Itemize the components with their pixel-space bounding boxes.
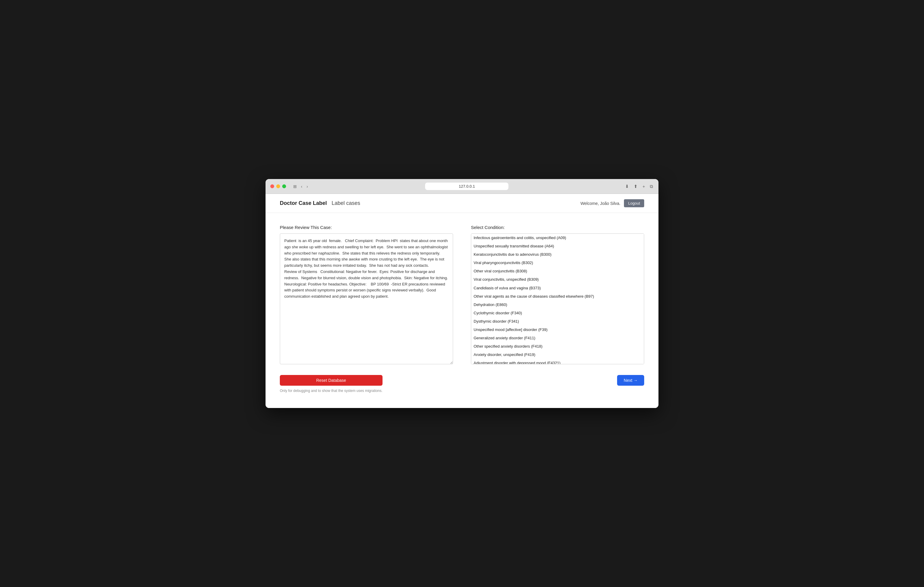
top-nav: Doctor Case Label Label cases Welcome, J… [266,194,658,213]
case-textarea[interactable] [280,233,453,364]
list-item[interactable]: Cyclothymic disorder (F340) [471,309,644,317]
address-bar[interactable] [425,183,508,190]
list-item[interactable]: Other viral conjunctivitis (B308) [471,267,644,275]
forward-button[interactable]: › [305,184,309,189]
list-item[interactable]: Dysthymic disorder (F341) [471,317,644,326]
debug-text: Only for debugging and to show that the … [280,389,383,393]
new-tab-button[interactable]: + [642,183,646,189]
download-button[interactable]: ⬇ [625,183,630,190]
footer-left: Reset Database Only for debugging and to… [280,375,383,393]
browser-titlebar: ⊞ ‹ › ⬇ ⬆ + ⧉ [266,179,658,194]
condition-listbox[interactable]: Infectious gastroenteritis and colitis, … [471,233,644,364]
nav-label-cases: Label cases [332,200,360,206]
minimize-button[interactable] [276,184,280,188]
logout-button[interactable]: Logout [624,199,644,207]
footer-actions: Reset Database Only for debugging and to… [280,375,644,393]
case-section-label: Please Review This Case: [280,225,453,230]
page-content: Doctor Case Label Label cases Welcome, J… [266,194,658,408]
maximize-button[interactable] [282,184,286,188]
list-item[interactable]: Unspecified mood [affective] disorder (F… [471,326,644,334]
traffic-lights [270,184,286,188]
share-button[interactable]: ⬆ [633,183,638,190]
close-button[interactable] [270,184,274,188]
case-panel: Please Review This Case: [280,225,453,365]
content-grid: Please Review This Case: Select Conditio… [280,225,644,365]
welcome-text: Welcome, João Silva. [581,201,620,206]
nav-right: Welcome, João Silva. Logout [581,199,644,207]
tabs-button[interactable]: ⧉ [649,183,654,190]
list-item[interactable]: Other specified anxiety disorders (F418) [471,342,644,350]
browser-controls: ⊞ ‹ › [292,184,309,189]
list-item[interactable]: Other viral agents as the cause of disea… [471,292,644,301]
next-button[interactable]: Next → [617,375,644,386]
browser-actions: ⬇ ⬆ + ⧉ [625,183,654,190]
list-item[interactable]: Viral pharyngoconjunctivitis (B302) [471,259,644,267]
browser-window: ⊞ ‹ › ⬇ ⬆ + ⧉ Doctor Case Label Label ca… [266,179,658,408]
reset-database-button[interactable]: Reset Database [280,375,383,386]
nav-brand: Doctor Case Label Label cases [280,200,360,206]
list-item[interactable]: Viral conjunctivitis, unspecified (B309) [471,275,644,284]
list-item[interactable]: Generalized anxiety disorder (F411) [471,334,644,342]
list-item[interactable]: Infectious gastroenteritis and colitis, … [471,234,644,242]
address-bar-container [313,183,621,190]
main-content: Please Review This Case: Select Conditio… [266,213,658,405]
condition-panel: Select Condition: Infectious gastroenter… [471,225,644,364]
list-item[interactable]: Dehydration (E860) [471,301,644,309]
list-item[interactable]: Unspecified sexually transmitted disease… [471,242,644,250]
back-button[interactable]: ‹ [300,184,304,189]
list-item[interactable]: Keratoconjunctivitis due to adenovirus (… [471,250,644,259]
brand-title: Doctor Case Label [280,200,327,206]
list-item[interactable]: Candidiasis of vulva and vagina (B373) [471,284,644,292]
sidebar-toggle-button[interactable]: ⊞ [292,184,298,189]
list-item[interactable]: Adjustment disorder with depressed mood … [471,359,644,364]
condition-section-label: Select Condition: [471,225,644,230]
list-item[interactable]: Anxiety disorder, unspecified (F419) [471,350,644,359]
